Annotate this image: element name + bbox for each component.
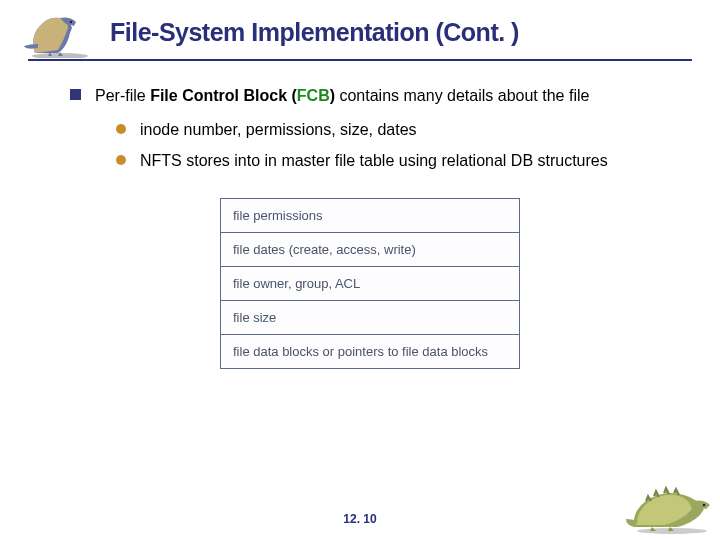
main-bullet: Per-file File Control Block (FCB) contai… xyxy=(70,85,670,107)
table-cell: file owner, group, ACL xyxy=(221,266,520,300)
sub-bullet-list: inode number, permissions, size, dates N… xyxy=(116,119,670,172)
svg-point-1 xyxy=(70,21,72,23)
table-row: file size xyxy=(221,300,520,334)
circle-bullet-icon xyxy=(116,124,126,134)
text-prefix: Per-file xyxy=(95,87,150,104)
text-suffix: contains many details about the file xyxy=(335,87,589,104)
table-cell: file dates (create, access, write) xyxy=(221,232,520,266)
sub-bullet-text: NFTS stores into in master file table us… xyxy=(140,150,608,172)
svg-point-3 xyxy=(703,504,706,507)
sub-bullet: NFTS stores into in master file table us… xyxy=(116,150,670,172)
slide-title: File-System Implementation (Cont. ) xyxy=(110,18,690,47)
sub-bullet: inode number, permissions, size, dates xyxy=(116,119,670,141)
slide-content: Per-file File Control Block (FCB) contai… xyxy=(0,61,720,369)
dinosaur-left-icon xyxy=(20,8,95,58)
dinosaur-right-icon xyxy=(624,479,714,534)
slide-header: File-System Implementation (Cont. ) xyxy=(0,0,720,55)
table-row: file owner, group, ACL xyxy=(221,266,520,300)
circle-bullet-icon xyxy=(116,155,126,165)
table-cell: file permissions xyxy=(221,198,520,232)
table-row: file data blocks or pointers to file dat… xyxy=(221,334,520,368)
main-bullet-text: Per-file File Control Block (FCB) contai… xyxy=(95,85,589,107)
table-cell: file size xyxy=(221,300,520,334)
sub-bullet-text: inode number, permissions, size, dates xyxy=(140,119,417,141)
table-row: file permissions xyxy=(221,198,520,232)
page-number: 12. 10 xyxy=(343,512,376,526)
text-bold-open: File Control Block ( xyxy=(150,87,297,104)
table-cell: file data blocks or pointers to file dat… xyxy=(221,334,520,368)
square-bullet-icon xyxy=(70,89,81,100)
text-term: FCB xyxy=(297,87,330,104)
fcb-structure-table: file permissions file dates (create, acc… xyxy=(220,198,520,369)
table-row: file dates (create, access, write) xyxy=(221,232,520,266)
